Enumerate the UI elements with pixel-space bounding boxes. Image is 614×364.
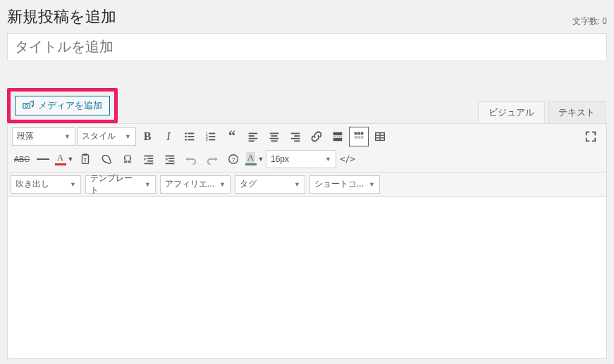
balloon-dropdown[interactable]: 吹き出し▼ bbox=[11, 175, 81, 194]
text-color-button[interactable]: A ▼ bbox=[54, 149, 74, 169]
svg-point-3 bbox=[185, 132, 187, 134]
tab-visual[interactable]: ビジュアル bbox=[478, 101, 545, 123]
chevron-down-icon: ▼ bbox=[325, 156, 331, 163]
svg-rect-45 bbox=[83, 153, 87, 156]
svg-rect-14 bbox=[209, 139, 215, 140]
fontsize-dropdown[interactable]: 16px▼ bbox=[266, 150, 336, 168]
svg-rect-18 bbox=[249, 140, 254, 142]
strikethrough-button[interactable]: ABC bbox=[12, 149, 32, 169]
svg-rect-27 bbox=[333, 132, 343, 135]
shortcode-dropdown[interactable]: ショートコ...▼ bbox=[309, 175, 380, 194]
svg-point-1 bbox=[25, 104, 28, 107]
template-dropdown-label: テンプレート bbox=[90, 172, 140, 196]
tag-dropdown[interactable]: タグ▼ bbox=[235, 175, 305, 194]
chevron-down-icon: ▼ bbox=[64, 133, 70, 140]
svg-rect-39 bbox=[361, 136, 364, 139]
numbered-list-button[interactable]: 123 bbox=[201, 127, 221, 146]
align-left-button[interactable] bbox=[243, 127, 263, 146]
tab-text[interactable]: テキスト bbox=[548, 101, 606, 123]
svg-rect-10 bbox=[209, 132, 215, 134]
svg-rect-16 bbox=[249, 135, 254, 137]
svg-rect-49 bbox=[147, 160, 153, 161]
svg-rect-36 bbox=[361, 132, 364, 134]
svg-rect-8 bbox=[188, 139, 194, 140]
svg-rect-22 bbox=[271, 140, 278, 142]
svg-rect-53 bbox=[168, 160, 174, 161]
svg-rect-15 bbox=[249, 132, 258, 134]
outdent-button[interactable] bbox=[139, 149, 159, 169]
source-code-button[interactable]: </> bbox=[338, 149, 357, 169]
tag-dropdown-label: タグ bbox=[240, 178, 257, 190]
style-dropdown[interactable]: スタイル▼ bbox=[77, 127, 136, 146]
svg-text:?: ? bbox=[232, 156, 235, 163]
svg-point-7 bbox=[185, 139, 187, 141]
post-title-input[interactable] bbox=[7, 33, 607, 61]
svg-rect-37 bbox=[355, 136, 357, 139]
balloon-dropdown-label: 吹き出し bbox=[16, 178, 49, 190]
read-more-button[interactable] bbox=[328, 127, 348, 146]
svg-point-5 bbox=[185, 135, 187, 137]
svg-rect-25 bbox=[291, 137, 300, 139]
chevron-down-icon: ▼ bbox=[258, 156, 264, 163]
style-dropdown-label: スタイル bbox=[82, 130, 116, 142]
clear-formatting-button[interactable] bbox=[97, 149, 116, 169]
svg-rect-32 bbox=[341, 136, 343, 137]
editor-content-area[interactable] bbox=[7, 197, 607, 359]
char-count: 文字数: 0 bbox=[572, 15, 607, 27]
svg-rect-51 bbox=[166, 155, 175, 156]
redo-button[interactable] bbox=[202, 149, 222, 169]
svg-rect-12 bbox=[209, 136, 215, 137]
svg-point-2 bbox=[32, 105, 33, 106]
svg-rect-48 bbox=[147, 158, 153, 159]
chevron-down-icon: ▼ bbox=[219, 181, 226, 188]
svg-rect-30 bbox=[337, 136, 338, 137]
svg-rect-52 bbox=[168, 158, 174, 159]
bold-button[interactable]: B bbox=[137, 127, 157, 146]
undo-button[interactable] bbox=[181, 149, 201, 169]
fullscreen-button[interactable] bbox=[581, 127, 601, 146]
svg-rect-26 bbox=[294, 140, 300, 142]
chevron-down-icon: ▼ bbox=[70, 181, 76, 188]
svg-rect-4 bbox=[188, 132, 194, 134]
svg-rect-24 bbox=[294, 135, 300, 137]
svg-rect-29 bbox=[335, 136, 336, 137]
svg-rect-6 bbox=[188, 136, 194, 137]
chevron-down-icon: ▼ bbox=[369, 181, 375, 188]
table-button[interactable] bbox=[370, 127, 390, 146]
horizontal-rule-button[interactable]: — bbox=[33, 149, 53, 169]
add-media-button[interactable]: メディアを追加 bbox=[15, 96, 110, 115]
svg-rect-34 bbox=[355, 132, 357, 134]
chevron-down-icon: ▼ bbox=[294, 181, 300, 188]
toolbar-toggle-button[interactable] bbox=[349, 127, 369, 146]
svg-rect-33 bbox=[333, 137, 343, 141]
svg-rect-50 bbox=[145, 163, 154, 164]
blockquote-button[interactable]: “ bbox=[222, 127, 242, 146]
template-dropdown[interactable]: テンプレート▼ bbox=[85, 175, 156, 194]
indent-button[interactable] bbox=[160, 149, 180, 169]
svg-rect-38 bbox=[357, 136, 360, 139]
align-right-button[interactable] bbox=[285, 127, 305, 146]
affiliate-dropdown[interactable]: アフィリエ...▼ bbox=[160, 175, 231, 194]
chevron-down-icon: ▼ bbox=[145, 181, 151, 188]
affiliate-dropdown-label: アフィリエ... bbox=[165, 178, 214, 190]
chevron-down-icon: ▼ bbox=[68, 156, 74, 163]
paste-text-button[interactable]: T bbox=[75, 149, 95, 169]
fontsize-dropdown-label: 16px bbox=[271, 154, 289, 164]
background-color-button[interactable]: A ▼ bbox=[245, 149, 264, 169]
shortcode-dropdown-label: ショートコ... bbox=[314, 178, 364, 190]
bullet-list-button[interactable] bbox=[180, 127, 199, 146]
svg-text:T: T bbox=[84, 156, 87, 163]
svg-rect-19 bbox=[270, 132, 279, 134]
link-button[interactable] bbox=[307, 127, 326, 146]
svg-rect-20 bbox=[271, 135, 278, 137]
italic-button[interactable]: I bbox=[159, 127, 178, 146]
paragraph-dropdown[interactable]: 段落▼ bbox=[12, 127, 75, 146]
help-button[interactable]: ? bbox=[223, 149, 243, 169]
special-char-button[interactable]: Ω bbox=[118, 149, 137, 169]
page-title: 新規投稿を追加 bbox=[7, 7, 116, 27]
paragraph-dropdown-label: 段落 bbox=[17, 130, 34, 142]
svg-text:3: 3 bbox=[206, 137, 208, 142]
svg-rect-35 bbox=[357, 132, 360, 134]
align-center-button[interactable] bbox=[264, 127, 284, 146]
svg-rect-54 bbox=[166, 163, 175, 164]
